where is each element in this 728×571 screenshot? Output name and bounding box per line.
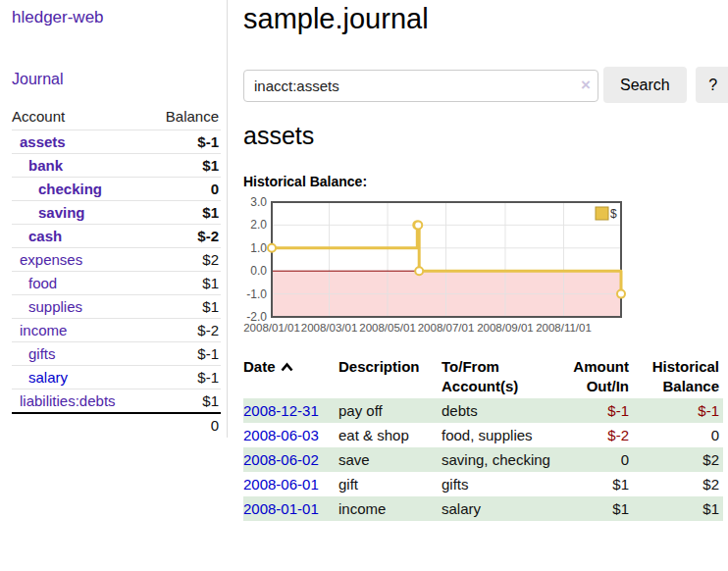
register-date-link[interactable]: 2008-06-01	[243, 476, 319, 493]
account-balance: $1	[148, 154, 221, 178]
account-balance: $-1	[148, 130, 221, 154]
historical-balance-chart: $3.02.01.00.0-1.0-2.02008/01/012008/03/0…	[235, 196, 728, 339]
svg-text:-1.0: -1.0	[246, 287, 267, 301]
svg-text:2008/05/01: 2008/05/01	[359, 322, 416, 334]
register-date-link[interactable]: 2008-06-03	[243, 427, 319, 443]
search-button[interactable]: Search	[603, 67, 687, 103]
accounts-table: Account Balance assets$-1bank$1checking0…	[12, 104, 221, 437]
account-balance: $1	[148, 295, 221, 319]
help-button[interactable]: ?	[696, 67, 728, 103]
register-row: 2008-06-01giftgifts$1$2	[243, 472, 723, 496]
accounts-header-row: Account Balance	[12, 104, 221, 130]
register-balance: $2	[633, 447, 723, 472]
svg-text:2008/09/01: 2008/09/01	[477, 322, 534, 334]
account-row: assets$-1	[12, 130, 221, 154]
svg-text:2008/07/01: 2008/07/01	[418, 322, 475, 334]
register-table: DateDescriptionTo/From Account(s)Amount …	[243, 355, 723, 521]
account-heading: assets	[243, 122, 314, 150]
accounts-total-spacer	[12, 413, 148, 437]
chart-svg: $3.02.01.00.0-1.0-2.02008/01/012008/03/0…	[235, 196, 728, 339]
register-amount: 0	[557, 447, 633, 472]
account-balance: $1	[148, 389, 221, 414]
accounts-total-row: 0	[12, 413, 221, 437]
account-balance: $1	[148, 272, 221, 295]
account-link[interactable]: gifts	[28, 345, 56, 362]
register-description: gift	[338, 472, 442, 496]
register-date-link[interactable]: 2008-12-31	[243, 402, 319, 419]
app-brand-link[interactable]: hledger-web	[12, 8, 104, 27]
account-link[interactable]: assets	[20, 133, 66, 150]
search-box: ×	[243, 70, 598, 102]
account-row: cash$-2	[12, 225, 221, 248]
accounts-header-account: Account	[12, 104, 148, 130]
svg-text:1.0: 1.0	[250, 241, 267, 255]
account-link[interactable]: supplies	[28, 298, 82, 315]
svg-text:$: $	[610, 207, 617, 221]
register-balance: $2	[633, 472, 723, 496]
sidebar: hledger-web Journal Account Balance asse…	[0, 0, 228, 438]
account-balance: 0	[148, 178, 221, 201]
account-row: expenses$2	[12, 248, 221, 272]
account-link[interactable]: checking	[38, 181, 102, 197]
svg-text:2008/11/01: 2008/11/01	[536, 322, 592, 334]
register-amount: $1	[557, 496, 633, 521]
account-link[interactable]: food	[28, 275, 57, 291]
account-link[interactable]: cash	[28, 228, 62, 244]
chart-legend: $	[594, 205, 619, 223]
register-description: income	[338, 496, 442, 521]
account-row: bank$1	[12, 154, 221, 178]
account-link[interactable]: expenses	[20, 251, 82, 268]
account-row: food$1	[12, 272, 221, 295]
svg-text:0.0: 0.0	[250, 264, 267, 278]
svg-text:2008/01/01: 2008/01/01	[243, 322, 300, 334]
account-row: saving$1	[12, 201, 221, 225]
clear-search-icon[interactable]: ×	[581, 76, 591, 95]
account-balance: $-1	[148, 342, 221, 366]
register-description: save	[338, 447, 442, 472]
register-row: 2008-01-01incomesalary$1$1	[243, 496, 723, 521]
sidebar-item-journal[interactable]: Journal	[12, 71, 227, 88]
register-balance: $1	[633, 496, 723, 521]
search-input[interactable]	[243, 70, 598, 102]
col-header-amount-out-in: Amount Out/In	[557, 355, 633, 398]
account-row: checking0	[12, 178, 221, 201]
register-accounts: food, supplies	[442, 423, 557, 447]
account-balance: $2	[148, 248, 221, 272]
register-row: 2008-06-02savesaving, checking0$2	[243, 447, 723, 472]
account-balance: $-2	[148, 225, 221, 248]
search-bar: × Search ?	[243, 67, 728, 103]
account-row: salary$-1	[12, 366, 221, 389]
sort-asc-icon	[281, 362, 293, 372]
account-link[interactable]: bank	[28, 157, 63, 174]
account-link[interactable]: income	[20, 322, 67, 338]
register-balance: $-1	[633, 398, 723, 423]
register-date-link[interactable]: 2008-01-01	[243, 500, 319, 517]
register-balance: 0	[633, 423, 723, 447]
register-amount: $-2	[557, 423, 633, 447]
col-header-date[interactable]: Date	[243, 355, 338, 398]
page-title: sample.journal	[243, 0, 728, 37]
account-link[interactable]: liabilities:debts	[20, 392, 116, 409]
col-header-historical-balance: Historical Balance	[633, 355, 723, 398]
main-content: sample.journal × Search ? assets Histori…	[243, 0, 728, 37]
register-date-link[interactable]: 2008-06-02	[243, 451, 319, 468]
svg-text:3.0: 3.0	[250, 195, 267, 209]
account-row: gifts$-1	[12, 342, 221, 366]
account-balance: $1	[148, 201, 221, 225]
account-row: supplies$1	[12, 295, 221, 319]
register-accounts: gifts	[442, 472, 557, 496]
account-row: liabilities:debts$1	[12, 389, 221, 414]
col-header-description: Description	[338, 355, 442, 398]
register-accounts: saving, checking	[442, 447, 557, 472]
register-amount: $-1	[557, 398, 633, 423]
register-description: eat & shop	[338, 423, 442, 447]
accounts-total-value: 0	[148, 413, 221, 437]
register-amount: $1	[557, 472, 633, 496]
register-accounts: debts	[442, 398, 557, 423]
account-link[interactable]: salary	[28, 369, 68, 386]
col-header-to-from-account-s-: To/From Account(s)	[442, 355, 557, 398]
register-accounts: salary	[442, 496, 557, 521]
register-row: 2008-06-03eat & shopfood, supplies$-20	[243, 423, 723, 447]
account-balance: $-2	[148, 319, 221, 342]
account-link[interactable]: saving	[38, 204, 85, 221]
